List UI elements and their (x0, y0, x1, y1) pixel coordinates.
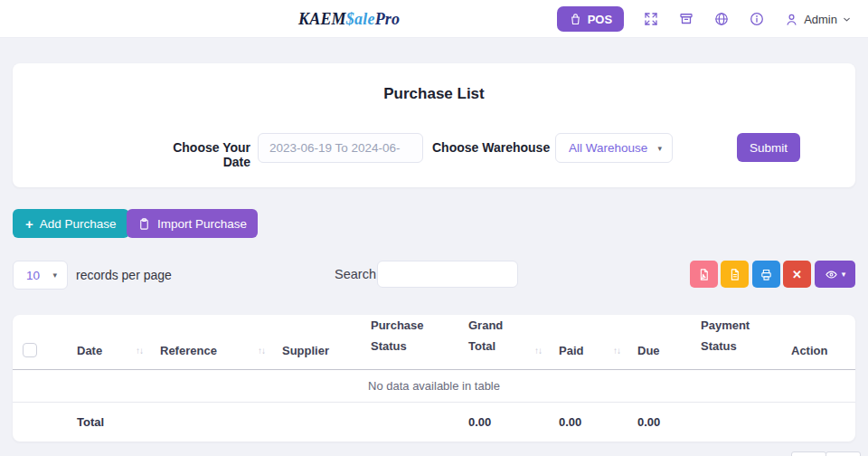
cash-drawer-icon[interactable] (678, 11, 694, 27)
export-pdf-button[interactable] (690, 261, 718, 288)
empty-message: No data available in table (13, 369, 855, 402)
chevron-down-icon (842, 14, 852, 24)
warehouse-filter-label: Choose Warehouse (432, 140, 550, 155)
sort-icon: ↑↓ (613, 346, 620, 357)
search-label: Search (335, 267, 376, 281)
column-header-reference[interactable]: Reference↑↓ (150, 315, 272, 369)
column-header-paid[interactable]: Paid↑↓ (549, 315, 627, 369)
date-filter-label: Choose Your Date (145, 140, 250, 169)
import-purchase-label: Import Purchase (157, 217, 247, 231)
total-due: 0.00 (627, 402, 691, 442)
topbar-actions: POS Admin (557, 0, 852, 38)
caret-down-icon: ▾ (52, 271, 57, 280)
total-row: Total 0.00 0.00 0.00 (13, 402, 855, 442)
date-range-value: 2023-06-19 To 2024-06- (269, 141, 401, 155)
sort-icon: ↑↓ (258, 346, 265, 357)
column-label: Purchase Status (371, 316, 424, 357)
total-paid: 0.00 (549, 402, 627, 442)
pagination-previous-button[interactable] (791, 451, 826, 456)
column-label: Paid (559, 344, 583, 357)
records-per-page-select[interactable]: 10 ▾ (13, 261, 68, 290)
shopping-bag-icon (569, 13, 582, 26)
column-label: Reference (160, 344, 217, 357)
column-header-grand-total[interactable]: Grand Total↑↓ (458, 315, 549, 369)
table-header-row: Date↑↓ Reference↑↓ Supplier Purchase Sta… (13, 315, 855, 369)
column-header-due: Due (627, 315, 691, 369)
column-header-supplier: Supplier (272, 315, 361, 369)
caret-down-icon: ▾ (657, 143, 662, 152)
warehouse-select-value: All Warehouse (569, 141, 647, 155)
export-file-button[interactable] (721, 261, 749, 288)
admin-label: Admin (804, 13, 837, 26)
column-label: Date (77, 344, 102, 357)
top-navbar: KAEM$alePro POS Admin (0, 0, 868, 38)
import-purchase-button[interactable]: Import Purchase (127, 209, 258, 238)
sort-icon: ↑↓ (136, 346, 143, 357)
total-label: Total (67, 402, 150, 442)
globe-icon[interactable] (713, 11, 730, 27)
eye-icon (825, 268, 838, 281)
column-header-payment-status: Payment Status (691, 315, 781, 369)
column-label: Payment Status (701, 316, 750, 357)
column-label: Grand Total (468, 316, 503, 357)
file-text-icon (728, 268, 741, 281)
sort-icon: ↑↓ (534, 346, 542, 357)
page-title: Purchase List (13, 85, 855, 103)
records-per-page-label: records per page (76, 268, 172, 282)
purchase-filter-card (13, 63, 855, 187)
pos-button[interactable]: POS (557, 6, 624, 32)
close-icon: ✕ (792, 268, 802, 281)
purchase-table-card: Date↑↓ Reference↑↓ Supplier Purchase Sta… (13, 315, 855, 442)
date-range-input[interactable]: 2023-06-19 To 2024-06- (258, 133, 423, 163)
fullscreen-icon[interactable] (643, 11, 659, 27)
column-header-purchase-status: Purchase Status (361, 315, 458, 369)
logo-part-sale: $ale (346, 10, 375, 28)
submit-button[interactable]: Submit (737, 133, 800, 162)
column-header-action: Action (781, 315, 855, 369)
plus-icon: + (25, 217, 33, 231)
pos-button-label: POS (588, 13, 612, 26)
user-icon (784, 12, 799, 27)
column-visibility-button[interactable]: ▾ (815, 261, 855, 288)
search-input[interactable] (377, 261, 518, 288)
header-select-all (13, 315, 67, 369)
app-logo: KAEM$alePro (298, 0, 400, 38)
print-button[interactable] (752, 261, 780, 288)
info-icon[interactable] (749, 11, 765, 27)
purchase-table: Date↑↓ Reference↑↓ Supplier Purchase Sta… (13, 315, 855, 442)
select-all-checkbox[interactable] (23, 343, 37, 357)
clipboard-icon (137, 217, 151, 231)
pagination (792, 451, 861, 456)
add-purchase-button[interactable]: + Add Purchase (13, 209, 129, 238)
caret-down-icon: ▾ (842, 270, 846, 279)
total-grand-total: 0.00 (458, 402, 549, 442)
warehouse-select[interactable]: All Warehouse ▾ (555, 133, 673, 163)
column-header-date[interactable]: Date↑↓ (67, 315, 150, 369)
pagination-next-button[interactable] (826, 451, 861, 456)
logo-part-pro: Pro (375, 10, 401, 28)
printer-icon (760, 268, 773, 281)
logo-part-kaem: KAEM (298, 10, 346, 28)
column-label: Supplier (282, 344, 329, 357)
column-label: Due (637, 344, 660, 357)
pdf-file-icon (697, 268, 711, 281)
admin-menu[interactable]: Admin (784, 12, 852, 27)
add-purchase-label: Add Purchase (40, 217, 117, 231)
empty-row: No data available in table (13, 369, 855, 402)
clear-button[interactable]: ✕ (783, 261, 811, 288)
column-label: Action (791, 344, 827, 357)
records-per-page-value: 10 (26, 269, 40, 282)
